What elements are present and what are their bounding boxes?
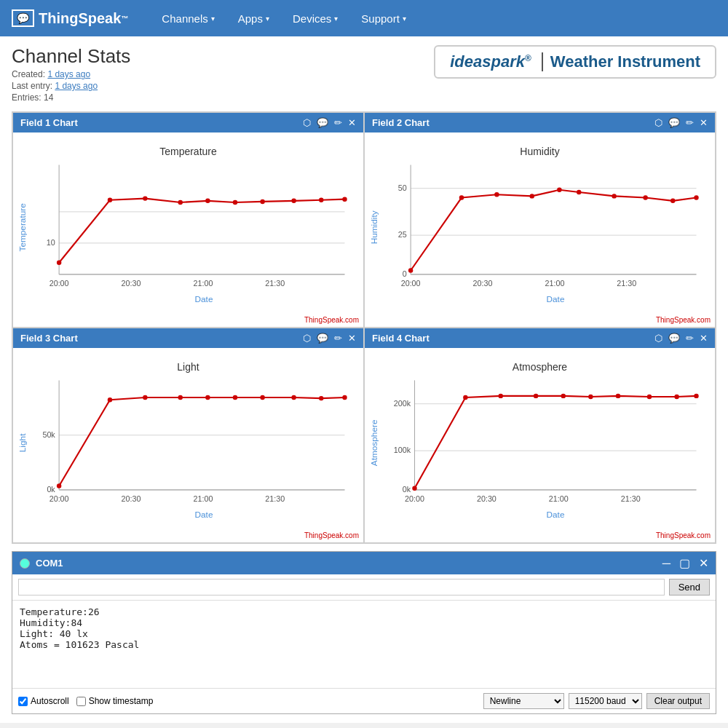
svg-point-19 [260,199,264,204]
field4-external-icon[interactable]: ⬡ [654,333,662,344]
svg-text:21:30: 21:30 [265,279,285,288]
svg-point-17 [205,199,210,203]
serial-header: COM1 ─ ▢ ✕ [12,552,716,574]
svg-text:0k: 0k [403,485,411,494]
svg-point-44 [612,194,616,198]
nav-apps[interactable]: Apps ▾ [226,2,281,35]
field2-header: Field 2 Chart ⬡ 💬 ✏ ✕ [365,113,715,132]
svg-text:Humidity: Humidity [520,146,559,157]
svg-point-92 [616,394,620,398]
field1-chart: Temperature Temperature Date 10 20:00 20… [16,135,360,312]
channel-stats-title: Channel Stats [12,45,130,68]
svg-text:Date: Date [547,510,565,520]
svg-text:Temperature: Temperature [159,146,217,157]
ideaspark-italic: ideaspark [450,52,525,71]
field4-panel: Field 4 Chart ⬡ 💬 ✏ ✕ Atmosphere Atmosph… [364,328,716,543]
field2-panel: Field 2 Chart ⬡ 💬 ✏ ✕ Humidity Humidity … [364,112,716,328]
field2-external-icon[interactable]: ⬡ [654,117,662,128]
last-entry-label: Last entry: [12,81,52,91]
field2-close-icon[interactable]: ✕ [700,117,708,128]
field3-title: Field 3 Chart [20,333,78,344]
field3-edit-icon[interactable]: ✏ [334,333,342,344]
field2-edit-icon[interactable]: ✏ [686,117,694,128]
field1-icons: ⬡ 💬 ✏ ✕ [303,117,356,128]
field3-panel: Field 3 Chart ⬡ 💬 ✏ ✕ Light Light Date 0… [12,328,364,543]
nav-support[interactable]: Support ▾ [349,2,418,35]
autoscroll-checkbox[interactable] [18,697,28,706]
svg-text:Light: Light [17,433,28,452]
svg-point-39 [459,195,464,199]
svg-point-86 [412,486,416,491]
field3-chart: Light Light Date 0k 50k 20:00 20:30 21:0… [16,351,360,527]
field3-external-icon[interactable]: ⬡ [303,333,311,344]
svg-point-87 [463,395,467,400]
serial-input[interactable] [18,579,665,596]
svg-point-41 [530,194,534,198]
field4-close-icon[interactable]: ✕ [700,333,708,344]
svg-text:100k: 100k [394,446,411,454]
serial-input-row: Send [12,574,716,601]
svg-text:Temperature: Temperature [17,203,28,252]
svg-text:20:30: 20:30 [477,494,496,503]
svg-point-20 [291,199,296,203]
svg-point-22 [342,197,347,201]
field4-edit-icon[interactable]: ✏ [686,333,694,344]
serial-maximize-button[interactable]: ▢ [679,556,690,570]
last-entry-value[interactable]: 1 days ago [55,81,98,91]
autoscroll-text: Autoscroll [31,696,69,706]
svg-point-95 [694,394,698,398]
field3-credit: ThingSpeak.com [13,530,363,542]
channel-stats: Channel Stats Created: 1 days ago Last e… [12,45,130,103]
svg-text:200k: 200k [394,399,411,408]
field2-credit: ThingSpeak.com [365,314,715,327]
svg-text:21:00: 21:00 [549,494,569,503]
field1-body: Temperature Temperature Date 10 20:00 20… [13,132,363,314]
svg-text:Humidity: Humidity [369,210,379,244]
field3-comment-icon[interactable]: 💬 [317,333,328,344]
svg-point-89 [534,394,538,398]
serial-output: Temperature:26 Humidity:84 Light: 40 lx … [12,601,716,688]
svg-text:0: 0 [403,269,407,278]
serial-close-button[interactable]: ✕ [699,556,708,570]
field1-external-icon[interactable]: ⬡ [303,117,311,128]
ideaspark-text: ideaspark® [450,52,531,71]
nav-channels[interactable]: Channels ▾ [150,2,226,35]
created-value[interactable]: 1 days ago [47,69,90,79]
serial-line-1: Temperature:26 [20,606,708,617]
baud-select[interactable]: 115200 baud 9600 baud 57600 baud [569,693,642,709]
field1-edit-icon[interactable]: ✏ [334,117,342,128]
field1-panel: Field 1 Chart ⬡ 💬 ✏ ✕ Temperature Temper… [12,112,364,328]
serial-header-right: ─ ▢ ✕ [662,556,708,570]
clear-output-button[interactable]: Clear output [646,693,710,709]
newline-select[interactable]: Newline No line ending Carriage return B… [483,693,564,709]
weather-instrument-text: Weather Instrument [542,52,700,71]
field2-comment-icon[interactable]: 💬 [668,117,680,128]
svg-point-67 [260,395,264,400]
timestamp-label[interactable]: Show timestamp [76,696,154,706]
serial-panel: COM1 ─ ▢ ✕ Send Temperature:26 Humidity:… [12,551,716,714]
entries-value: Entries: 14 [12,92,53,103]
svg-text:21:30: 21:30 [617,279,636,288]
svg-point-13 [57,261,61,265]
serial-line-2: Humidity:84 [20,617,708,628]
serial-send-button[interactable]: Send [669,579,710,596]
timestamp-checkbox[interactable] [76,697,86,706]
field3-close-icon[interactable]: ✕ [348,333,356,344]
nav-devices[interactable]: Devices ▾ [281,2,349,35]
svg-point-62 [108,397,112,402]
svg-point-21 [319,198,323,202]
field4-comment-icon[interactable]: 💬 [668,333,680,344]
svg-point-42 [557,188,561,192]
serial-footer-right: Newline No line ending Carriage return B… [483,693,710,709]
autoscroll-label[interactable]: Autoscroll [18,696,69,706]
brand-logo[interactable]: 💬 ThingSpeak™ [12,9,128,27]
created-label: Created: [12,69,45,79]
serial-minimize-button[interactable]: ─ [662,557,670,570]
field4-body: Atmosphere Atmosphere Date 0k 100k 200k … [365,348,715,530]
field2-chart: Humidity Humidity Date 0 25 50 20:00 20:… [368,135,712,312]
brand-name: ThingSpeak [39,10,121,27]
field1-close-icon[interactable]: ✕ [348,117,356,128]
field1-comment-icon[interactable]: 💬 [317,117,328,128]
svg-point-43 [577,190,581,194]
timestamp-text: Show timestamp [89,696,154,706]
